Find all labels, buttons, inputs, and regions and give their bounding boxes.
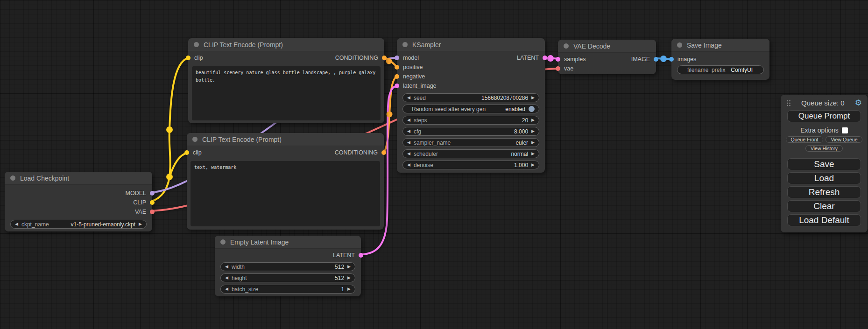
input-slot-latent-image[interactable]	[395, 84, 399, 88]
clear-button[interactable]: Clear	[787, 200, 861, 212]
node-header[interactable]: CLIP Text Encode (Prompt)	[187, 133, 384, 146]
output-slot-latent[interactable]	[543, 56, 547, 60]
node-header[interactable]: Load Checkpoint	[5, 172, 152, 185]
decrement-arrow-icon[interactable]	[225, 265, 228, 269]
output-label-conditioning: CONDITIONING	[335, 55, 378, 61]
node-ksampler[interactable]: KSampler model LATENT positive negative …	[397, 38, 545, 173]
widget-ckpt-name[interactable]: ckpt_name v1-5-pruned-emaonly.ckpt	[10, 220, 147, 229]
link-dot-clip-lower	[166, 174, 173, 180]
increment-arrow-icon[interactable]	[531, 140, 535, 145]
widget-value: euler	[515, 140, 528, 146]
widget-width[interactable]: width 512	[220, 262, 355, 271]
increment-arrow-icon[interactable]	[531, 163, 535, 167]
output-slot-conditioning[interactable]	[381, 150, 386, 155]
widget-cfg[interactable]: cfg 8.000	[402, 127, 539, 136]
widget-sampler-name[interactable]: sampler_name euler	[402, 138, 539, 147]
increment-arrow-icon[interactable]	[347, 276, 351, 280]
input-slot-clip[interactable]	[184, 150, 189, 155]
widget-label: ckpt_name	[21, 221, 49, 228]
output-slot-conditioning[interactable]	[382, 56, 387, 60]
decrement-arrow-icon[interactable]	[407, 129, 410, 133]
node-save-image[interactable]: Save Image images filename_prefix ComfyU…	[671, 39, 769, 80]
collapse-dot-icon[interactable]	[194, 42, 199, 47]
decrement-arrow-icon[interactable]	[407, 96, 410, 100]
decrement-arrow-icon[interactable]	[407, 118, 410, 122]
node-empty-latent-image[interactable]: Empty Latent Image LATENT width 512 heig…	[215, 236, 361, 296]
increment-arrow-icon[interactable]	[139, 222, 142, 226]
widget-random-seed-toggle[interactable]: Random seed after every gen enabled	[402, 105, 539, 113]
increment-arrow-icon[interactable]	[531, 96, 535, 100]
refresh-button[interactable]: Refresh	[787, 186, 861, 198]
node-header[interactable]: Empty Latent Image	[215, 236, 361, 249]
view-queue-button[interactable]: View Queue	[826, 136, 862, 143]
decrement-arrow-icon[interactable]	[407, 152, 410, 156]
comfyui-canvas[interactable]: { "colors": { "clip": "#ffd21e", "model"…	[0, 0, 868, 329]
widget-filename-prefix[interactable]: filename_prefix ComfyUI	[677, 65, 764, 74]
save-button[interactable]: Save	[787, 158, 861, 170]
output-slot-clip[interactable]	[150, 200, 155, 205]
collapse-dot-icon[interactable]	[402, 42, 408, 47]
queue-prompt-button[interactable]: Queue Prompt	[787, 110, 861, 122]
output-slot-image[interactable]	[654, 57, 658, 62]
output-slot-model[interactable]	[150, 191, 155, 196]
toggle-enabled-icon[interactable]	[529, 106, 535, 112]
collapse-dot-icon[interactable]	[192, 137, 198, 142]
decrement-arrow-icon[interactable]	[15, 222, 18, 226]
input-slot-images[interactable]	[669, 57, 674, 62]
increment-arrow-icon[interactable]	[347, 287, 351, 291]
load-button[interactable]: Load	[787, 172, 861, 184]
widget-height[interactable]: height 512	[220, 273, 355, 282]
gear-icon[interactable]: ⚙	[855, 99, 862, 107]
increment-arrow-icon[interactable]	[347, 265, 351, 269]
input-slot-vae[interactable]	[556, 66, 560, 71]
increment-arrow-icon[interactable]	[531, 118, 535, 122]
widget-steps[interactable]: steps 20	[402, 116, 539, 125]
input-slot-model[interactable]	[395, 56, 399, 60]
input-slot-positive[interactable]	[395, 65, 399, 70]
output-slot-vae[interactable]	[150, 210, 155, 214]
queue-panel[interactable]: Queue size: 0 ⚙ Queue Prompt Extra optio…	[781, 95, 868, 232]
output-slot-latent[interactable]	[359, 253, 363, 258]
node-load-checkpoint[interactable]: Load Checkpoint MODEL CLIP VAE ckpt_name…	[5, 172, 152, 231]
node-header[interactable]: CLIP Text Encode (Prompt)	[188, 38, 384, 51]
decrement-arrow-icon[interactable]	[407, 163, 410, 167]
widget-label: cfg	[414, 128, 421, 135]
collapse-dot-icon[interactable]	[677, 42, 682, 48]
node-vae-decode[interactable]: VAE Decode samples IMAGE vae	[558, 40, 656, 74]
increment-arrow-icon[interactable]	[531, 152, 535, 156]
input-slot-negative[interactable]	[395, 74, 399, 79]
widget-seed[interactable]: seed 156680208700286	[402, 93, 539, 102]
node-header[interactable]: VAE Decode	[558, 40, 656, 53]
decrement-arrow-icon[interactable]	[407, 140, 410, 145]
extra-options-checkbox[interactable]	[842, 127, 848, 133]
widget-scheduler[interactable]: scheduler normal	[402, 149, 539, 158]
widget-batch-size[interactable]: batch_size 1	[220, 285, 355, 294]
decrement-arrow-icon[interactable]	[225, 287, 228, 291]
link-dot-cond-negative	[387, 112, 393, 118]
input-slot-samples[interactable]	[556, 57, 560, 62]
queue-front-button[interactable]: Queue Front	[786, 136, 824, 143]
node-clip-text-encode-positive[interactable]: CLIP Text Encode (Prompt) clip CONDITION…	[188, 38, 384, 123]
input-label-vae: vae	[564, 65, 573, 72]
prompt-textarea-positive[interactable]: beautiful scenery nature glass bottle la…	[192, 66, 381, 120]
drag-handle-icon[interactable]	[786, 100, 791, 106]
increment-arrow-icon[interactable]	[531, 129, 535, 133]
input-label-images: images	[677, 56, 696, 63]
node-header[interactable]: Save Image	[671, 39, 769, 52]
collapse-dot-icon[interactable]	[10, 175, 15, 181]
prompt-textarea-negative[interactable]: text, watermark	[191, 161, 380, 226]
input-label-latent-image: latent_image	[403, 83, 437, 89]
input-slot-clip[interactable]	[186, 56, 191, 60]
node-header[interactable]: KSampler	[397, 38, 545, 51]
collapse-dot-icon[interactable]	[220, 239, 226, 245]
link-dot-latent	[547, 55, 554, 62]
collapse-dot-icon[interactable]	[564, 43, 569, 49]
widget-label: denoise	[414, 162, 433, 168]
decrement-arrow-icon[interactable]	[225, 276, 228, 280]
widget-value: 20	[522, 117, 528, 124]
view-history-button[interactable]: View History	[805, 145, 843, 152]
widget-denoise[interactable]: denoise 1.000	[402, 161, 539, 169]
wire-clip-branch	[169, 153, 187, 177]
load-default-button[interactable]: Load Default	[787, 214, 861, 226]
node-clip-text-encode-negative[interactable]: CLIP Text Encode (Prompt) clip CONDITION…	[187, 133, 384, 230]
